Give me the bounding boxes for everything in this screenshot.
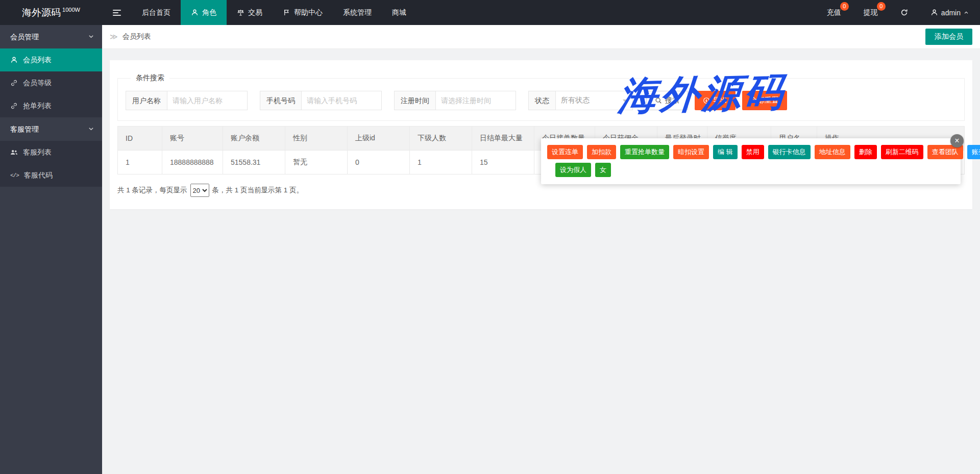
search-panel: 条件搜索 用户名称 手机号码 注册时间 bbox=[117, 73, 965, 121]
recharge-label: 充值 bbox=[827, 8, 841, 17]
sidebar-item-label: 会员列表 bbox=[23, 56, 52, 65]
nav-item-label: 后台首页 bbox=[142, 8, 170, 17]
op-address-info-button[interactable]: 地址信息 bbox=[815, 145, 850, 159]
op-disable-button[interactable]: 禁用 bbox=[742, 145, 764, 159]
reg-time-label: 注册时间 bbox=[394, 91, 435, 110]
op-set-continuous-order-button[interactable]: 设置连单 bbox=[547, 145, 583, 159]
nav-item-label: 系统管理 bbox=[343, 8, 372, 17]
pagination-text-suffix: 条，共 1 页当前显示第 1 页。 bbox=[212, 186, 304, 195]
search-button-label: 搜索 bbox=[665, 96, 679, 105]
breadcrumb-bar: ≫ 会员列表 添加会员 bbox=[102, 25, 980, 49]
op-delete-button[interactable]: 删除 bbox=[854, 145, 877, 159]
nav-item-role[interactable]: 角色 bbox=[181, 0, 227, 25]
page-body: 条件搜索 用户名称 手机号码 注册时间 bbox=[102, 49, 980, 209]
export-button[interactable]: 导出 bbox=[695, 91, 736, 110]
phone-field-group: 手机号码 bbox=[260, 91, 382, 110]
nav-item-mall[interactable]: 商城 bbox=[382, 0, 416, 25]
withdraw-badge: 0 bbox=[877, 2, 886, 11]
chevron-up-icon bbox=[964, 10, 969, 15]
column-header-id: ID bbox=[118, 127, 162, 151]
withdraw-button[interactable]: 提现 0 bbox=[852, 0, 889, 25]
pagination-text-prefix: 共 1 条记录，每页显示 bbox=[117, 186, 187, 195]
sidebar-item-cs-list[interactable]: 客服列表 bbox=[0, 141, 102, 164]
breadcrumb: 会员列表 bbox=[122, 32, 151, 41]
username-input[interactable] bbox=[167, 91, 248, 110]
sidebar-section-label: 会员管理 bbox=[10, 33, 39, 41]
nav-item-label: 帮助中心 bbox=[294, 8, 323, 17]
users-icon bbox=[10, 148, 18, 156]
sidebar: 会员管理 会员列表 会员等级 抢单列表 客服管理 客服列表 </> 客服代码 bbox=[0, 25, 102, 474]
person-icon bbox=[191, 9, 199, 16]
search-panel-title: 条件搜索 bbox=[131, 73, 169, 83]
export-icon bbox=[703, 97, 710, 104]
chevron-down-icon bbox=[88, 34, 94, 39]
status-field-group: 状态 所有状态 bbox=[528, 91, 633, 110]
sidebar-item-member-list[interactable]: 会员列表 bbox=[0, 48, 102, 71]
status-label: 状态 bbox=[528, 91, 555, 110]
cell-parent-id: 0 bbox=[348, 151, 410, 174]
status-select[interactable]: 所有状态 bbox=[555, 91, 633, 110]
nav-item-system-management[interactable]: 系统管理 bbox=[333, 0, 382, 25]
op-bank-card-info-button[interactable]: 银行卡信息 bbox=[768, 145, 811, 159]
member-list-page: 海外源码 1000W 后台首页 角色 交易 帮助中心 系统管理 bbox=[0, 0, 980, 474]
search-icon bbox=[655, 97, 662, 104]
op-edit-button[interactable]: 编 辑 bbox=[713, 145, 738, 159]
reset-all-button-label: 全部重置 bbox=[750, 96, 779, 105]
op-reset-grab-count-button[interactable]: 重置抢单数量 bbox=[620, 145, 669, 159]
sidebar-item-member-level[interactable]: 会员等级 bbox=[0, 71, 102, 94]
username-label: 用户名称 bbox=[126, 91, 167, 110]
sidebar-section-customer-service[interactable]: 客服管理 bbox=[0, 117, 102, 141]
nav-item-trade[interactable]: 交易 bbox=[227, 0, 273, 25]
cell-gender: 暂无 bbox=[285, 151, 348, 174]
sidebar-item-grab-order-list[interactable]: 抢单列表 bbox=[0, 94, 102, 117]
recharge-badge: 0 bbox=[840, 2, 849, 11]
nav-item-label: 交易 bbox=[248, 8, 262, 17]
flag-icon bbox=[283, 9, 290, 16]
withdraw-label: 提现 bbox=[864, 8, 878, 17]
phone-input[interactable] bbox=[301, 91, 382, 110]
logo-badge: 1000W bbox=[62, 7, 80, 13]
username-text: admin bbox=[941, 9, 961, 17]
app-logo[interactable]: 海外源码 1000W bbox=[0, 0, 102, 25]
nav-item-help-center[interactable]: 帮助中心 bbox=[273, 0, 333, 25]
operations-row-2: 设为假人 女 bbox=[555, 163, 954, 177]
status-select-value: 所有状态 bbox=[561, 96, 590, 105]
search-button[interactable]: 搜索 bbox=[646, 91, 688, 110]
sidebar-section-member-management[interactable]: 会员管理 bbox=[0, 25, 102, 48]
refresh-button[interactable] bbox=[889, 0, 919, 25]
menu-collapse-icon[interactable] bbox=[102, 0, 132, 25]
close-icon[interactable]: × bbox=[950, 134, 964, 147]
column-header-account: 账号 bbox=[162, 127, 223, 151]
nav-item-dashboard[interactable]: 后台首页 bbox=[132, 0, 181, 25]
column-header-balance: 账户余额 bbox=[223, 127, 285, 151]
cell-account: 18888888888 bbox=[162, 151, 223, 174]
sidebar-item-cs-code[interactable]: </> 客服代码 bbox=[0, 164, 102, 187]
user-menu[interactable]: admin bbox=[919, 0, 980, 25]
sidebar-item-label: 客服代码 bbox=[24, 171, 53, 180]
op-refresh-qrcode-button[interactable]: 刷新二维码 bbox=[881, 145, 923, 159]
person-icon bbox=[930, 9, 938, 16]
export-button-label: 导出 bbox=[713, 96, 727, 105]
op-add-deduction-button[interactable]: 加扣款 bbox=[587, 145, 616, 159]
op-hidden-deduction-settings-button[interactable]: 暗扣设置 bbox=[673, 145, 709, 159]
reset-all-button[interactable]: 全部重置 bbox=[742, 91, 787, 110]
sidebar-item-label: 会员等级 bbox=[23, 79, 52, 88]
pagination: 共 1 条记录，每页显示 20 条，共 1 页当前显示第 1 页。 bbox=[117, 184, 965, 197]
content-card: 条件搜索 用户名称 手机号码 注册时间 bbox=[110, 60, 972, 209]
recharge-button[interactable]: 充值 0 bbox=[816, 0, 852, 25]
op-balance-change-button[interactable]: 账变 bbox=[967, 145, 980, 159]
refresh-icon bbox=[900, 9, 908, 16]
page-size-select[interactable]: 20 bbox=[190, 184, 209, 197]
cell-subordinates: 1 bbox=[410, 151, 472, 174]
op-gender-female-button[interactable]: 女 bbox=[595, 163, 611, 177]
reg-time-field-group: 注册时间 bbox=[394, 91, 516, 110]
link-icon bbox=[10, 102, 18, 110]
nav-item-label: 商城 bbox=[392, 8, 406, 17]
add-member-button[interactable]: 添加会员 bbox=[925, 29, 972, 45]
column-header-parent-id: 上级id bbox=[348, 127, 410, 151]
column-header-gender: 性别 bbox=[285, 127, 348, 151]
scales-icon bbox=[237, 9, 244, 16]
sidebar-section-label: 客服管理 bbox=[10, 125, 39, 133]
reg-time-input[interactable] bbox=[435, 91, 516, 110]
op-set-fake-user-button[interactable]: 设为假人 bbox=[555, 163, 591, 177]
